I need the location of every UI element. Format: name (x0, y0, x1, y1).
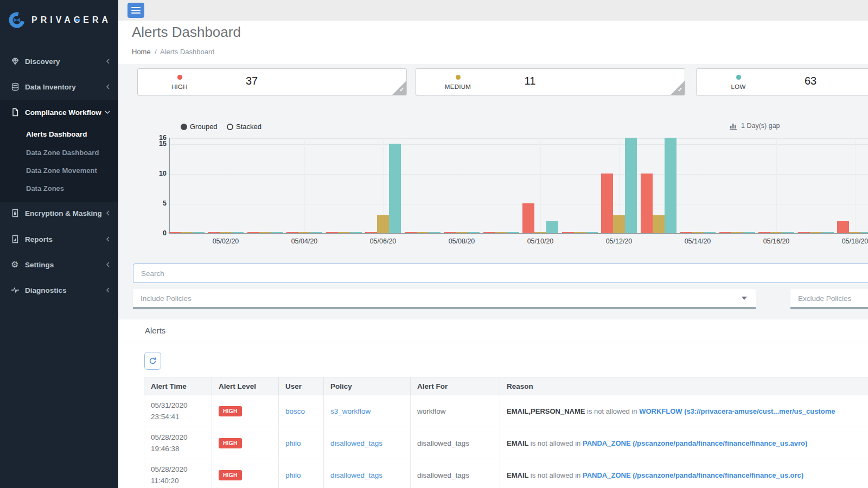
user-link[interactable]: philo (285, 471, 301, 479)
reason-resource-link[interactable]: PANDA_ZONE (/pscanzone/panda/finance/fin… (583, 439, 807, 447)
bar-high-05/13/20[interactable] (641, 174, 653, 233)
card-medium[interactable]: MEDIUM 11 ✓ (416, 68, 685, 95)
bar-medium-05/01/20[interactable] (181, 232, 193, 233)
x-tick-label: 05/18/20 (835, 237, 868, 245)
bar-low-05/02/20[interactable] (232, 232, 244, 233)
level-badge: HIGH (219, 438, 242, 448)
selected-check-icon: ✓ (671, 81, 685, 95)
bar-medium-05/02/20[interactable] (220, 232, 232, 233)
bar-low-05/18/20[interactable] (861, 232, 868, 233)
bar-medium-05/13/20[interactable] (653, 215, 665, 233)
bar-high-05/15/20[interactable] (719, 232, 731, 233)
bar-low-05/08/20[interactable] (468, 232, 480, 233)
bar-medium-05/12/20[interactable] (613, 215, 625, 233)
bar-medium-05/04/20[interactable] (298, 232, 310, 233)
bar-low-05/14/20[interactable] (704, 232, 716, 233)
bar-low-05/16/20[interactable] (782, 232, 794, 233)
bar-high-05/18/20[interactable] (837, 221, 849, 233)
breadcrumb-home[interactable]: Home (132, 48, 151, 56)
card-label: LOW (719, 84, 757, 90)
bar-low-05/12/20[interactable] (625, 138, 637, 233)
bar-low-05/15/20[interactable] (743, 232, 755, 233)
reason-resource-link[interactable]: WORKFLOW (s3://privacera-amuse/cust...me… (639, 407, 835, 415)
table-row: 05/31/202023:54:41HIGHboscos3_workflowwo… (144, 395, 868, 427)
bar-low-05/17/20[interactable] (822, 232, 834, 233)
include-policies-select[interactable]: Include Policies (133, 289, 756, 309)
sidebar-item-data-zone-dashboard[interactable]: Data Zone Dashboard (26, 149, 99, 157)
bar-high-05/12/20[interactable] (601, 174, 613, 233)
bar-high-05/16/20[interactable] (758, 232, 770, 233)
gear-icon: ⚙ (11, 260, 20, 269)
bar-medium-05/05/20[interactable] (338, 232, 350, 233)
bar-high-05/10/20[interactable] (522, 203, 534, 233)
card-high[interactable]: HIGH 37 ✓ (137, 68, 407, 95)
refresh-button[interactable] (144, 352, 161, 370)
compliance-workflow-section: Compliance Workflow Alerts Dashboard Dat… (0, 100, 118, 202)
grouped-radio[interactable]: Grouped (181, 123, 218, 131)
bar-low-05/09/20[interactable] (507, 232, 519, 233)
bar-high-05/04/20[interactable] (286, 232, 298, 233)
sidebar-item-diagnostics[interactable]: Diagnostics (0, 279, 118, 301)
bar-low-05/06/20[interactable] (389, 144, 401, 233)
sidebar-item-data-zones[interactable]: Data Zones (26, 184, 64, 192)
bar-medium-05/16/20[interactable] (770, 232, 782, 233)
bar-medium-05/10/20[interactable] (534, 232, 546, 233)
report-chart-icon (11, 235, 20, 243)
cell-policy: s3_workflow (324, 395, 411, 427)
bar-medium-05/11/20[interactable] (574, 232, 586, 233)
bar-low-05/04/20[interactable] (310, 232, 322, 233)
bar-low-05/05/20[interactable] (350, 232, 362, 233)
sidebar-item-settings[interactable]: ⚙ Settings (0, 254, 118, 275)
bar-low-05/03/20[interactable] (271, 232, 283, 233)
cell-user: philo (279, 459, 324, 488)
bar-low-05/13/20[interactable] (665, 138, 676, 233)
bar-low-05/01/20[interactable] (193, 232, 205, 233)
sidebar-item-compliance-workflow[interactable]: Compliance Workflow (0, 101, 118, 123)
sidebar-item-reports[interactable]: Reports (0, 228, 118, 250)
bar-high-05/06/20[interactable] (365, 232, 377, 233)
bar-chart-icon (730, 123, 738, 130)
bar-medium-05/03/20[interactable] (259, 232, 271, 233)
sidebar-item-discovery[interactable]: Discovery (0, 50, 118, 72)
sidebar-toggle-button[interactable] (127, 3, 144, 18)
bar-high-05/14/20[interactable] (680, 232, 692, 233)
breadcrumb-separator: / (155, 48, 157, 56)
bar-medium-05/09/20[interactable] (495, 232, 507, 233)
bar-low-05/07/20[interactable] (429, 232, 441, 233)
bar-medium-05/15/20[interactable] (731, 232, 743, 233)
exclude-policies-select[interactable]: Exclude Policies (790, 289, 868, 309)
user-link[interactable]: bosco (285, 407, 305, 415)
search-input[interactable] (133, 264, 868, 283)
sidebar-item-encryption-masking[interactable]: Encryption & Masking (0, 202, 118, 224)
sidebar-item-data-zone-movement[interactable]: Data Zone Movement (26, 166, 97, 175)
bar-medium-05/17/20[interactable] (810, 232, 822, 233)
card-low[interactable]: LOW 63 ✓ (696, 68, 868, 95)
sidebar-item-data-inventory[interactable]: Data Inventory (0, 76, 118, 98)
bar-low-05/10/20[interactable] (546, 221, 558, 233)
x-tick-label: 05/06/20 (363, 237, 403, 245)
bar-medium-05/18/20[interactable] (849, 232, 861, 233)
x-tick-label: 05/08/20 (442, 237, 481, 245)
bar-high-05/08/20[interactable] (444, 232, 456, 233)
bar-high-05/07/20[interactable] (405, 232, 417, 233)
sidebar-item-alerts-dashboard[interactable]: Alerts Dashboard (26, 130, 87, 138)
bar-high-05/09/20[interactable] (483, 232, 495, 233)
stacked-radio[interactable]: Stacked (227, 123, 261, 131)
bar-high-05/17/20[interactable] (798, 232, 810, 233)
bar-low-05/11/20[interactable] (586, 232, 598, 233)
reason-resource-link[interactable]: PANDA_ZONE (/pscanzone/panda/finance/fin… (583, 471, 803, 479)
bar-high-05/03/20[interactable] (247, 232, 259, 233)
policy-link[interactable]: disallowed_tags (330, 439, 382, 447)
privacera-logo[interactable]: PRIVACERA (8, 11, 111, 29)
bar-medium-05/07/20[interactable] (417, 232, 429, 233)
bar-medium-05/08/20[interactable] (456, 232, 468, 233)
user-link[interactable]: philo (285, 439, 301, 447)
bar-medium-05/14/20[interactable] (692, 232, 704, 233)
bar-high-05/11/20[interactable] (562, 232, 574, 233)
policy-link[interactable]: s3_workflow (330, 407, 371, 415)
bar-high-05/01/20[interactable] (169, 232, 181, 233)
bar-high-05/02/20[interactable] (208, 232, 220, 233)
policy-link[interactable]: disallowed_tags (330, 471, 382, 479)
bar-medium-05/06/20[interactable] (377, 215, 389, 233)
bar-high-05/05/20[interactable] (326, 232, 338, 233)
